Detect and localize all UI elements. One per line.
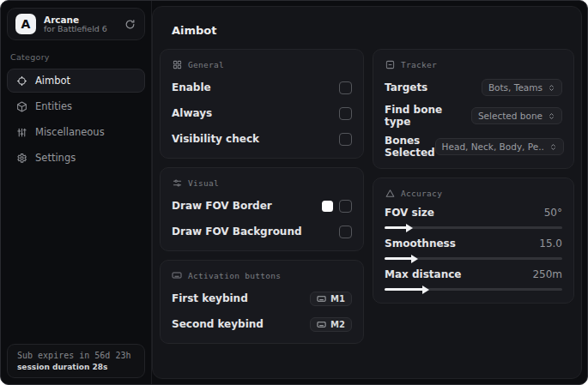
- fov-size-slider-row: FOV size 50°: [385, 207, 562, 229]
- square-minus-icon: [385, 59, 395, 69]
- unfold-icon: [548, 111, 555, 121]
- reload-icon[interactable]: [123, 17, 136, 31]
- cube-icon: [15, 100, 27, 112]
- enable-checkbox[interactable]: [339, 81, 352, 94]
- main-panel: Aimbot General Enable: [152, 6, 582, 379]
- subscription-info: Sub expires in 56d 23h session duration …: [7, 344, 145, 378]
- always-checkbox[interactable]: [339, 107, 352, 120]
- category-label: Category: [10, 52, 142, 62]
- tracker-card: Tracker Targets Bots, Teams: [373, 49, 574, 169]
- page-title: Aimbot: [172, 24, 574, 37]
- second-keybind-button[interactable]: M2: [310, 317, 352, 332]
- sliders-icon: [15, 126, 27, 138]
- sidebar-item-entities[interactable]: Entities: [7, 94, 145, 118]
- setting-row: Visibility check: [172, 129, 352, 148]
- setting-row: First keybind M1: [172, 289, 352, 308]
- unfold-icon: [548, 83, 555, 93]
- fov-border-color-swatch[interactable]: [322, 201, 333, 212]
- grid-icon: [172, 59, 182, 69]
- slider-thumb[interactable]: [422, 286, 429, 294]
- sidebar-item-label: Miscellaneous: [35, 126, 105, 138]
- keyboard-icon: [317, 294, 326, 304]
- accuracy-card: Accuracy FOV size 50°: [373, 177, 574, 304]
- gear-icon: [15, 152, 27, 164]
- setting-row: Targets Bots, Teams: [385, 78, 562, 97]
- setting-row: Always: [172, 104, 352, 123]
- card-title: Activation buttons: [188, 271, 281, 280]
- slider-thumb[interactable]: [406, 224, 413, 232]
- card-title: Tracker: [401, 60, 437, 69]
- setting-row: Draw FOV Border: [172, 196, 352, 215]
- activation-buttons-card: Activation buttons First keybind M1: [160, 260, 364, 344]
- smoothness-slider-row: Smoothness 15.0: [385, 238, 562, 260]
- card-title: Accuracy: [401, 189, 442, 198]
- general-card: General Enable Always Visibility check: [160, 49, 364, 159]
- fov-size-slider[interactable]: [385, 226, 562, 229]
- setting-row: Bones Selected Head, Neck, Body, Pe..: [385, 135, 562, 159]
- setting-row: Second keybind M2: [172, 315, 352, 334]
- bones-selected-dropdown[interactable]: Head, Neck, Body, Pe..: [435, 138, 564, 155]
- sidebar-item-label: Entities: [35, 100, 72, 112]
- find-bone-type-dropdown[interactable]: Selected bone: [471, 107, 562, 124]
- setting-row: Draw FOV Background: [172, 222, 352, 241]
- keyboard-icon: [172, 270, 182, 280]
- crosshair-icon: [15, 75, 27, 87]
- fov-size-value: 50°: [544, 207, 562, 219]
- smoothness-slider[interactable]: [385, 257, 562, 260]
- targets-dropdown[interactable]: Bots, Teams: [482, 79, 562, 96]
- card-title: Visual: [188, 178, 219, 188]
- setting-row: Find bone type Selected bone: [385, 104, 562, 128]
- draw-fov-border-checkbox[interactable]: [339, 200, 352, 213]
- draw-fov-background-checkbox[interactable]: [339, 226, 352, 238]
- app-subtitle: for Battlefield 6: [44, 25, 115, 34]
- sliders-horizontal-icon: [172, 177, 182, 188]
- app-logo: A: [15, 14, 36, 34]
- first-keybind-button[interactable]: M1: [310, 292, 352, 306]
- sidebar-item-label: Settings: [35, 152, 76, 164]
- sidebar: A Arcane for Battlefield 6 Category Aimb…: [1, 1, 152, 384]
- setting-row: Enable: [172, 78, 352, 97]
- max-distance-slider[interactable]: [385, 288, 562, 291]
- sub-expiry-text: Sub expires in 56d 23h: [17, 351, 135, 360]
- app-name: Arcane: [44, 15, 115, 25]
- triangle-icon: [385, 188, 395, 198]
- card-title: General: [188, 60, 224, 69]
- keyboard-icon: [317, 320, 326, 329]
- visibility-check-checkbox[interactable]: [339, 133, 352, 146]
- app-window: A Arcane for Battlefield 6 Category Aimb…: [0, 0, 588, 385]
- sidebar-item-settings[interactable]: Settings: [7, 146, 145, 170]
- sidebar-item-label: Aimbot: [35, 75, 70, 87]
- app-logo-card: A Arcane for Battlefield 6: [7, 8, 145, 40]
- visual-card: Visual Draw FOV Border Draw FOV Backgrou…: [160, 167, 364, 251]
- session-duration-text: session duration 28s: [17, 363, 135, 371]
- unfold-icon: [549, 142, 557, 152]
- slider-thumb[interactable]: [411, 255, 418, 263]
- sidebar-item-aimbot[interactable]: Aimbot: [7, 69, 145, 93]
- max-distance-value: 250m: [532, 268, 562, 280]
- smoothness-value: 15.0: [539, 238, 562, 250]
- max-distance-slider-row: Max distance 250m: [385, 268, 562, 291]
- sidebar-item-miscellaneous[interactable]: Miscellaneous: [7, 120, 145, 144]
